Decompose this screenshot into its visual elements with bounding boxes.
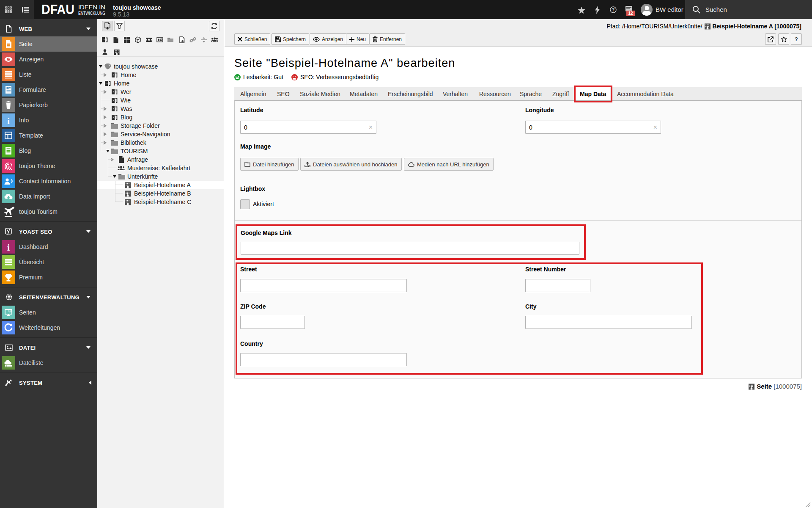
svg-text:i: i <box>7 242 10 253</box>
svg-text:i: i <box>7 116 10 126</box>
svg-text:IDEEN IN: IDEEN IN <box>78 4 105 11</box>
svg-text:ENTWICKLUNG: ENTWICKLUNG <box>78 11 105 16</box>
svg-text:?: ? <box>612 7 614 12</box>
svg-text:DFAU: DFAU <box>41 4 74 16</box>
